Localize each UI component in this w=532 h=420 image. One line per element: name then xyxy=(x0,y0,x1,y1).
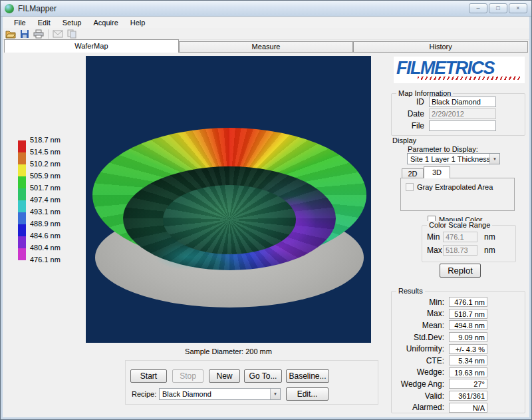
file-field[interactable] xyxy=(429,120,496,131)
result-label: Max: xyxy=(392,309,449,318)
menu-file[interactable]: File xyxy=(8,18,32,27)
main-tabs: WaferMap Measure History xyxy=(4,39,528,53)
result-row-min: Min: 476.1 nm xyxy=(392,296,487,308)
scale-label: 518.7 nm xyxy=(30,136,62,144)
result-label: CTE: xyxy=(392,356,449,365)
goto-button[interactable]: Go To... xyxy=(244,369,282,383)
result-value: 494.8 nm xyxy=(449,320,487,330)
results-title: Results xyxy=(396,287,425,295)
file-label: File xyxy=(392,121,429,130)
3d-options-panel: Gray Extrapolated Area xyxy=(400,178,515,211)
result-value: 361/361 xyxy=(449,391,487,401)
scale-label: 514.5 nm xyxy=(30,148,62,156)
baseline-button[interactable]: Baseline... xyxy=(286,369,329,383)
maximize-button[interactable]: □ xyxy=(489,3,507,13)
menu-edit[interactable]: Edit xyxy=(32,18,57,27)
result-label: Mean: xyxy=(392,321,449,330)
results-group: Results Min: 476.1 nm Max: 518.7 nm Mean… xyxy=(391,291,525,413)
copy-icon[interactable] xyxy=(66,29,78,39)
date-field xyxy=(429,108,496,119)
result-value: 9.09 nm xyxy=(449,332,487,342)
minimize-button[interactable]: – xyxy=(469,3,487,13)
replot-button[interactable]: Replot xyxy=(440,264,481,278)
print-icon[interactable] xyxy=(33,29,45,39)
map-information-group: Map Information ID Date File xyxy=(391,93,525,136)
tab-measure[interactable]: Measure xyxy=(179,41,354,53)
recipe-label: Recipe: xyxy=(132,390,156,398)
scale-label: 501.7 nm xyxy=(30,184,62,192)
color-band xyxy=(18,224,26,236)
color-band xyxy=(18,248,26,260)
result-value: N/A xyxy=(449,403,487,413)
result-label: Wedge Ang: xyxy=(392,379,449,389)
wafer-center-dome xyxy=(163,185,296,254)
open-icon[interactable] xyxy=(5,29,17,39)
save-icon[interactable] xyxy=(19,29,31,39)
recipe-dropdown[interactable]: Black Diamond ▼ xyxy=(159,388,281,400)
result-row-stddev: Std.Dev: 9.09 nm xyxy=(392,331,487,343)
scale-label: 510.2 nm xyxy=(30,160,62,168)
result-row-alarmed: Alarmed: N/A xyxy=(392,401,487,413)
scale-label: 484.6 nm xyxy=(30,232,62,240)
tab-2d[interactable]: 2D xyxy=(402,168,424,178)
menu-help[interactable]: Help xyxy=(124,18,152,27)
close-button[interactable]: × xyxy=(509,3,527,13)
menu-setup[interactable]: Setup xyxy=(57,18,88,27)
result-label: Std.Dev: xyxy=(392,333,449,342)
sample-diameter-label: Sample Diameter: 200 mm xyxy=(86,347,371,355)
id-label: ID xyxy=(392,97,429,106)
stop-button: Stop xyxy=(172,369,203,383)
tab-wafermap[interactable]: WaferMap xyxy=(4,39,179,53)
result-label: Wedge: xyxy=(392,367,449,377)
result-row-wedge: Wedge: 19.63 nm xyxy=(392,367,487,379)
menu-acquire[interactable]: Acquire xyxy=(87,18,124,27)
mail-icon[interactable] xyxy=(52,29,64,39)
color-band xyxy=(18,176,26,188)
result-value: 5.34 nm xyxy=(449,355,487,365)
new-button[interactable]: New xyxy=(209,369,240,383)
results-rows: Min: 476.1 nm Max: 518.7 nm Mean: 494.8 … xyxy=(392,296,487,413)
wafer-map-3d-view[interactable] xyxy=(86,56,371,343)
filmetrics-logo-text: FILMETRICS xyxy=(396,59,522,77)
chevron-down-icon: ▼ xyxy=(489,154,499,164)
result-label: Uniformity: xyxy=(392,344,449,353)
start-button[interactable]: Start xyxy=(130,369,167,383)
result-value: +/- 4.3 % xyxy=(449,344,487,354)
tab-3d[interactable]: 3D xyxy=(424,166,450,178)
color-scale-bar xyxy=(18,140,26,260)
app-window: FILMapper – □ × File Edit Setup Acquire … xyxy=(0,0,532,420)
result-row-cte: CTE: 5.34 nm xyxy=(392,355,487,367)
display-section-title: Display xyxy=(392,136,416,144)
edit-recipe-button[interactable]: Edit... xyxy=(286,387,329,401)
scale-label: 480.4 nm xyxy=(30,244,62,252)
result-label: Alarmed: xyxy=(392,403,449,412)
acquisition-controls-group: Start Stop New Go To... Baseline... Reci… xyxy=(125,360,378,405)
tab-history[interactable]: History xyxy=(353,41,528,53)
scale-label: 488.9 nm xyxy=(30,220,62,228)
result-value: 19.63 nm xyxy=(449,367,487,377)
result-label: Valid: xyxy=(392,391,449,401)
parameter-dropdown-value: Site 1 Layer 1 Thickness xyxy=(408,155,489,163)
color-band xyxy=(18,200,26,212)
result-row-valid: Valid: 361/361 xyxy=(392,390,487,402)
color-scale-labels: 518.7 nm 514.5 nm 510.2 nm 505.9 nm 501.… xyxy=(30,136,62,264)
parameter-to-display-label: Parameter to Display: xyxy=(408,145,478,153)
min-field xyxy=(443,232,477,242)
parameter-dropdown[interactable]: Site 1 Layer 1 Thickness ▼ xyxy=(407,153,500,164)
id-field[interactable] xyxy=(429,97,496,107)
toolbar xyxy=(3,28,529,40)
scale-label: 497.4 nm xyxy=(30,196,62,204)
min-label: Min xyxy=(427,232,443,242)
result-row-max: Max: 518.7 nm xyxy=(392,308,487,320)
result-row-wedge-ang: Wedge Ang: 27° xyxy=(392,378,487,390)
app-body: File Edit Setup Acquire Help xyxy=(1,17,531,419)
scale-label: 505.9 nm xyxy=(30,172,62,180)
color-scale-range-title: Color Scale Range xyxy=(427,221,492,229)
chevron-down-icon: ▼ xyxy=(270,389,280,399)
filmetrics-logo: FILMETRICS xyxy=(394,57,525,83)
gray-extrapolated-checkbox[interactable] xyxy=(406,183,414,191)
color-scale-range-group: Color Scale Range Min nm Max nm xyxy=(422,225,516,262)
color-band xyxy=(18,236,26,248)
date-label: Date xyxy=(392,109,429,118)
title-bar: FILMapper – □ × xyxy=(1,1,531,17)
